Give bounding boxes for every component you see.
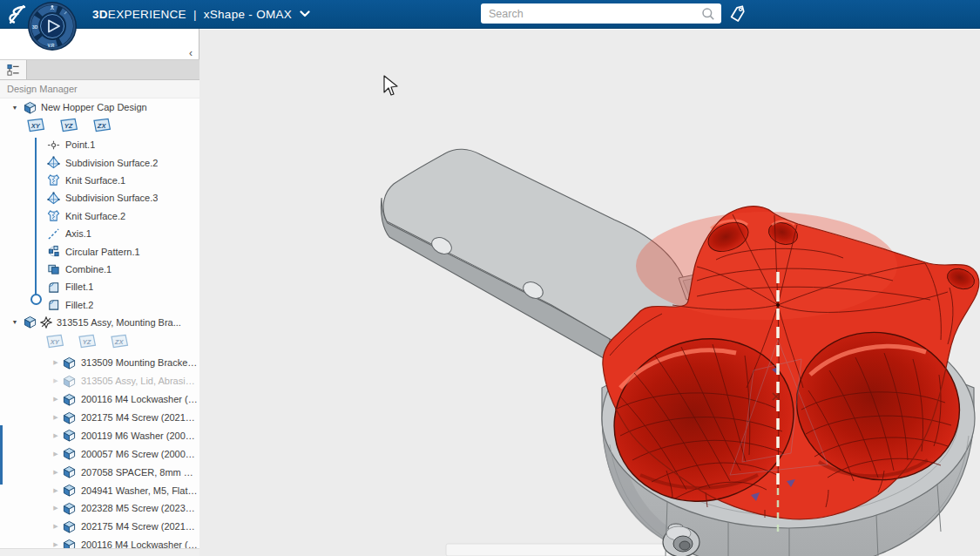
tree-item-label: Fillet.1 xyxy=(65,281,93,292)
insert-marker[interactable] xyxy=(30,294,42,305)
part-icon xyxy=(24,315,37,329)
part-icon xyxy=(63,520,76,533)
tree-item-subdivision-surface-3[interactable]: Subdivision Surface.3 xyxy=(0,189,199,207)
point-icon xyxy=(47,139,60,152)
plane-icon-zx[interactable]: ZX xyxy=(91,118,112,134)
plane-icon-zx[interactable]: ZX xyxy=(108,334,130,350)
plane-icon-yz[interactable]: YZ xyxy=(57,118,79,134)
tree-item-label: Combine.1 xyxy=(65,264,112,275)
caret-down-icon[interactable]: ▼ xyxy=(9,319,21,325)
part-icon xyxy=(63,429,76,442)
tree-item-circular-pattern-1[interactable]: Circular Pattern.1 xyxy=(0,242,199,260)
plane-icons-row: XYYZZX xyxy=(0,331,199,354)
tree-item-204941-washer-m5-flat-s[interactable]: ▶204941 Washer, M5, Flat, S... xyxy=(0,481,199,499)
svg-text:XY: XY xyxy=(50,338,60,346)
app-title[interactable]: xShape - OMAX xyxy=(204,8,292,21)
tree-item-new-hopper-cap-design[interactable]: ▼New Hopper Cap Design xyxy=(0,98,199,116)
plane-icon-xy[interactable]: XY xyxy=(24,118,46,134)
brand-3dexperience: 3DEXPERIENCE xyxy=(92,8,186,21)
tree-item-fillet-1[interactable]: Fillet.1 xyxy=(0,278,199,295)
part-icon xyxy=(63,356,76,370)
tree-item-label: Point.1 xyxy=(65,139,95,150)
tree-item-axis-1[interactable]: Axis.1 xyxy=(0,225,199,242)
tree-item-202328-m5-screw-202328[interactable]: ▶202328 M5 Screw (202328 ... xyxy=(0,499,199,518)
caret-right-icon[interactable]: ▶ xyxy=(51,523,63,530)
tree-item-313515-assy-mounting-bra[interactable]: ▼313515 Assy, Mounting Bra... xyxy=(0,314,199,331)
tree-item-202175-m4-screw-202175[interactable]: ▶202175 M4 Screw (202175 ... xyxy=(0,409,199,427)
tree-item-200057-m6-screw-200057[interactable]: ▶200057 M6 Screw (200057 ... xyxy=(0,444,199,463)
search-box[interactable] xyxy=(481,3,721,24)
plane-icon-yz[interactable]: YZ xyxy=(76,334,98,350)
caret-right-icon[interactable]: ▶ xyxy=(51,359,63,366)
chevron-down-icon[interactable] xyxy=(300,10,310,17)
tree-structure-icon xyxy=(7,64,20,77)
tree-item-207058-spacer-8mm-od[interactable]: ▶207058 SPACER, 8mm OD... xyxy=(0,463,199,481)
plane-icon-xy[interactable]: XY xyxy=(44,334,65,350)
tree-item-202175-m4-screw-202175[interactable]: ▶202175 M4 Screw (202175 ... xyxy=(0,518,199,536)
tag-icon[interactable] xyxy=(728,4,748,28)
part-icon xyxy=(63,484,76,497)
svg-text:YZ: YZ xyxy=(64,122,73,130)
caret-right-icon[interactable]: ▶ xyxy=(51,377,63,384)
tree-item-313505-assy-lid-abrasive[interactable]: ▶313505 Assy, Lid, Abrasive ... xyxy=(0,372,199,390)
subdiv-icon xyxy=(47,192,60,205)
tree-item-label: 202328 M5 Screw (202328 ... xyxy=(81,503,199,513)
tree-item-label: 313509 Mounting Bracket, ... xyxy=(81,357,199,368)
caret-right-icon[interactable]: ▶ xyxy=(51,469,63,476)
part-icon xyxy=(63,447,76,460)
feature-tree: ▼New Hopper Cap DesignXYYZZXPoint.1Subdi… xyxy=(0,98,199,549)
tree-item-label: 202175 M4 Screw (202175 ... xyxy=(81,412,199,423)
caret-right-icon[interactable]: ▶ xyxy=(51,451,63,458)
fillet-icon xyxy=(47,298,60,311)
part-icon xyxy=(24,101,37,114)
svg-text:3D: 3D xyxy=(32,24,38,30)
svg-text:ZX: ZX xyxy=(114,338,125,346)
caret-right-icon[interactable]: ▶ xyxy=(51,487,63,494)
collapse-panel-icon[interactable]: ‹ xyxy=(189,47,193,59)
caret-right-icon[interactable]: ▶ xyxy=(51,396,63,403)
tree-item-200116-m4-lockwasher-20[interactable]: ▶200116 M4 Lockwasher (20... xyxy=(0,536,199,549)
tree-item-label: 200116 M4 Lockwasher (20... xyxy=(81,394,199,404)
brand-divider: | xyxy=(193,8,197,21)
part-icon xyxy=(63,411,76,424)
knit-icon xyxy=(47,209,60,222)
tree-item-knit-surface-1[interactable]: Knit Surface.1 xyxy=(0,172,199,189)
panel-footer xyxy=(0,548,199,556)
tree-item-200119-m6-washer-20011[interactable]: ▶200119 M6 Washer (20011... xyxy=(0,426,199,444)
tree-item-label: 207058 SPACER, 8mm OD... xyxy=(81,467,199,478)
knit-icon xyxy=(47,173,60,186)
design-manager-panel: ‹ Design Manager ▼New Hopper Cap DesignX… xyxy=(0,28,199,556)
plane-icons-row: XYYZZX xyxy=(0,116,199,136)
tree-item-label: Knit Surface.2 xyxy=(65,211,125,221)
tree-item-200116-m4-lockwasher-20[interactable]: ▶200116 M4 Lockwasher (20... xyxy=(0,390,199,409)
tree-item-subdivision-surface-2[interactable]: Subdivision Surface.2 xyxy=(0,153,199,171)
tree-item-label: Subdivision Surface.3 xyxy=(65,193,158,203)
part-icon xyxy=(63,502,76,515)
search-icon[interactable] xyxy=(701,7,715,24)
tab-design-manager[interactable] xyxy=(0,60,27,79)
tree-item-313509-mounting-bracket[interactable]: ▶313509 Mounting Bracket, ... xyxy=(0,354,199,372)
caret-right-icon[interactable]: ▶ xyxy=(51,414,63,421)
tree-item-knit-surface-2[interactable]: Knit Surface.2 xyxy=(0,207,199,225)
caret-right-icon[interactable]: ▶ xyxy=(51,432,63,439)
caret-down-icon[interactable]: ▼ xyxy=(9,105,21,111)
panel-tab-bar xyxy=(0,59,199,80)
tree-item-combine-1[interactable]: Combine.1 xyxy=(0,261,199,278)
search-input[interactable] xyxy=(481,3,721,24)
tree-item-label: 202175 M4 Screw (202175 ... xyxy=(81,521,199,532)
caret-right-icon[interactable]: ▶ xyxy=(51,505,63,512)
panel-scroll-indicator[interactable] xyxy=(0,425,3,485)
circular-pattern-icon xyxy=(47,245,60,258)
3d-compass[interactable]: 3D V.R xyxy=(27,1,78,55)
tree-item-label: Knit Surface.1 xyxy=(65,175,125,186)
broken-compass-icon xyxy=(40,316,52,329)
tree-item-label: New Hopper Cap Design xyxy=(41,102,147,112)
subdiv-icon xyxy=(47,156,60,169)
svg-text:YZ: YZ xyxy=(83,338,91,346)
svg-text:XY: XY xyxy=(30,122,41,130)
part-icon xyxy=(63,465,76,478)
tree-item-label: Subdivision Surface.2 xyxy=(65,158,158,168)
tree-item-point-1[interactable]: Point.1 xyxy=(0,136,199,153)
tree-item-label: 313515 Assy, Mounting Bra... xyxy=(57,317,181,328)
3d-viewport[interactable] xyxy=(199,28,980,556)
